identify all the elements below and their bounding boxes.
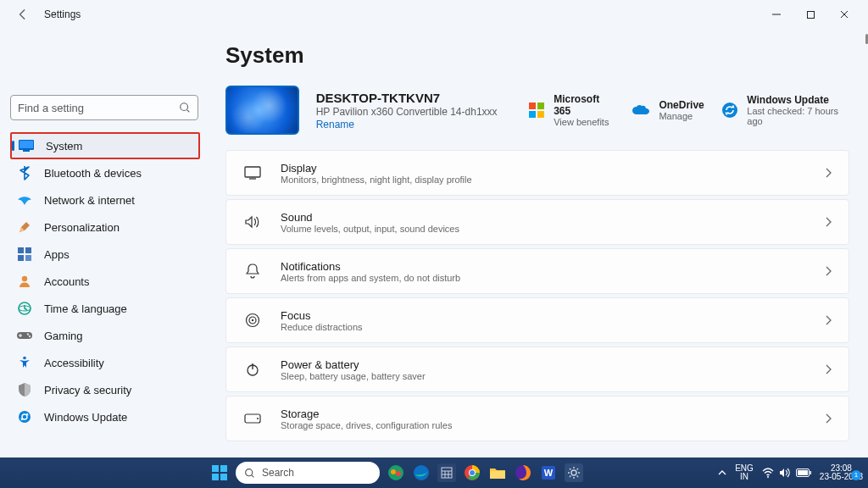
gaming-icon — [17, 328, 32, 343]
svg-rect-6 — [23, 150, 30, 152]
sidebar-item-gaming[interactable]: Gaming — [10, 322, 200, 349]
service-title: OneDrive — [659, 99, 704, 111]
card-sub: Reduce distractions — [281, 322, 806, 332]
svg-rect-19 — [529, 103, 536, 109]
svg-rect-43 — [442, 468, 452, 478]
sidebar-item-system[interactable]: System — [10, 132, 200, 159]
taskbar-app-word[interactable]: W — [539, 463, 558, 482]
sound-icon — [243, 213, 262, 231]
maximize-button[interactable] — [793, 2, 827, 27]
service-sub: View benefits — [554, 117, 615, 127]
sidebar-item-bluetooth[interactable]: Bluetooth & devices — [10, 159, 200, 186]
sidebar-item-accessibility[interactable]: Accessibility — [10, 349, 200, 376]
card-sub: Monitors, brightness, night light, displ… — [281, 175, 806, 185]
sidebar-item-label: Accessibility — [44, 357, 104, 369]
sidebar-item-apps[interactable]: Apps — [10, 241, 200, 268]
device-name: DESKTOP-TKTKVN7 — [316, 91, 511, 105]
svg-point-11 — [22, 276, 27, 281]
taskbar-search-label: Search — [262, 467, 294, 479]
tray-volume-icon[interactable] — [779, 468, 791, 478]
card-power[interactable]: Power & battery Sleep, battery usage, ba… — [225, 347, 849, 392]
taskbar-app-firefox[interactable] — [514, 463, 532, 482]
sidebar-item-update[interactable]: Windows Update — [10, 403, 200, 430]
svg-point-32 — [257, 418, 259, 419]
notifications-icon — [243, 262, 262, 280]
device-model: HP Pavilion x360 Convertible 14-dh1xxx — [316, 106, 511, 118]
service-onedrive[interactable]: OneDrive Manage — [632, 99, 704, 121]
sidebar-item-label: Privacy & security — [44, 384, 131, 396]
windowsupdate-icon — [721, 101, 739, 119]
apps-icon — [17, 247, 32, 262]
sidebar-item-accounts[interactable]: Accounts — [10, 268, 200, 295]
taskbar-app-edge[interactable] — [412, 463, 431, 482]
svg-point-23 — [722, 103, 737, 118]
svg-point-37 — [246, 469, 253, 475]
service-title: Windows Update — [747, 94, 849, 106]
taskbar-app-chrome[interactable] — [463, 463, 481, 482]
card-sound[interactable]: Sound Volume levels, output, input, soun… — [225, 199, 849, 245]
svg-line-3 — [187, 110, 190, 113]
sidebar-item-label: Apps — [44, 248, 70, 261]
tray-language-line2: IN — [740, 473, 748, 482]
service-sub: Last checked: 7 hours ago — [747, 106, 849, 126]
card-storage[interactable]: Storage Storage space, drives, configura… — [225, 396, 849, 441]
sidebar-item-label: Personalization — [44, 221, 120, 234]
svg-rect-35 — [212, 474, 219, 480]
svg-rect-7 — [18, 247, 24, 253]
sidebar-item-label: Network & internet — [44, 194, 135, 207]
chevron-right-icon — [825, 364, 832, 374]
microsoft365-icon — [528, 101, 546, 119]
tray-battery-icon[interactable] — [796, 469, 811, 477]
taskbar: Search W ENG IN 23:08 23-05-2023 1 — [0, 458, 868, 488]
svg-rect-22 — [537, 111, 544, 118]
sidebar-item-time[interactable]: Time & language — [10, 295, 200, 322]
svg-rect-34 — [220, 465, 227, 472]
card-notifications[interactable]: Notifications Alerts from apps and syste… — [225, 248, 849, 294]
start-button[interactable] — [210, 463, 229, 482]
card-sub: Storage space, drives, configuration rul… — [281, 420, 806, 430]
search-placeholder: Find a setting — [18, 102, 179, 114]
close-button[interactable] — [827, 2, 861, 27]
sidebar-item-label: Time & language — [44, 302, 127, 315]
card-title: Power & battery — [281, 358, 806, 371]
svg-rect-10 — [25, 255, 31, 261]
notification-badge[interactable]: 1 — [851, 470, 861, 480]
svg-rect-60 — [798, 470, 808, 475]
card-title: Notifications — [281, 260, 806, 273]
taskbar-app-settings[interactable] — [565, 463, 583, 482]
chevron-right-icon — [825, 217, 832, 227]
svg-point-18 — [19, 411, 31, 423]
svg-rect-33 — [212, 465, 219, 472]
svg-rect-20 — [537, 103, 544, 109]
window-title: Settings — [44, 8, 81, 20]
sidebar-item-label: Accounts — [44, 275, 89, 288]
tray-language[interactable]: ENG IN — [735, 464, 754, 482]
tray-wifi-icon[interactable] — [762, 468, 774, 478]
svg-point-16 — [29, 336, 31, 337]
svg-point-40 — [391, 469, 396, 474]
sidebar-item-privacy[interactable]: Privacy & security — [10, 376, 200, 403]
card-focus[interactable]: Focus Reduce distractions — [225, 297, 849, 343]
titlebar: Settings — [0, 0, 868, 29]
taskbar-app-explorer[interactable] — [488, 463, 507, 482]
service-windowsupdate[interactable]: Windows Update Last checked: 7 hours ago — [721, 94, 849, 126]
sidebar-nav: System Bluetooth & devices Network & int… — [10, 132, 200, 430]
chevron-right-icon — [825, 168, 832, 178]
tray-chevron-up-icon[interactable] — [718, 469, 726, 476]
card-display[interactable]: Display Monitors, brightness, night ligh… — [225, 150, 849, 196]
svg-line-38 — [252, 474, 253, 476]
device-rename-link[interactable]: Rename — [316, 119, 511, 130]
device-thumbnail[interactable] — [225, 86, 299, 135]
card-title: Display — [281, 162, 806, 175]
taskbar-search[interactable]: Search — [236, 462, 380, 484]
service-microsoft365[interactable]: Microsoft 365 View benefits — [528, 93, 615, 127]
svg-point-51 — [470, 470, 475, 475]
minimize-button[interactable] — [760, 2, 793, 27]
taskbar-app-calculator[interactable] — [437, 463, 456, 482]
sidebar-item-network[interactable]: Network & internet — [10, 186, 200, 214]
service-title: Microsoft 365 — [554, 93, 615, 117]
sidebar-item-personalization[interactable]: Personalization — [10, 214, 200, 241]
taskbar-app-copilot[interactable] — [387, 463, 405, 482]
back-button[interactable] — [14, 5, 32, 24]
search-input[interactable]: Find a setting — [10, 95, 198, 120]
